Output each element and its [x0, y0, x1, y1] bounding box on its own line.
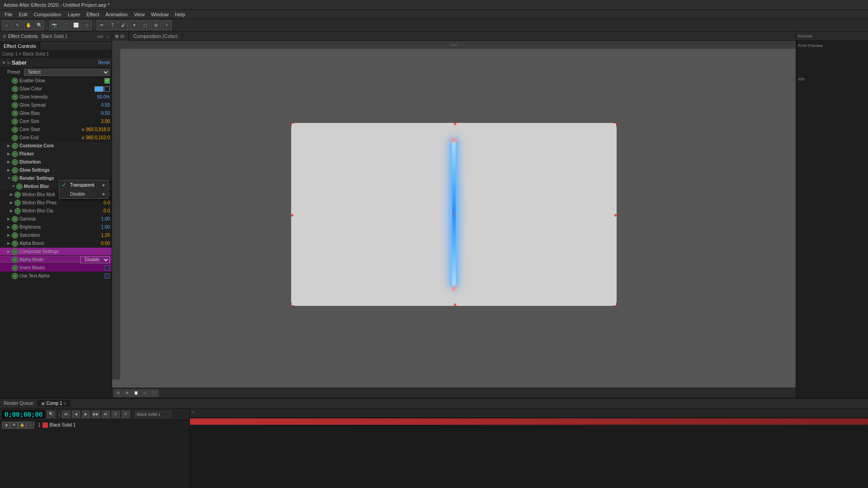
tool-star[interactable]: ✧: [162, 20, 172, 30]
tab-composition-color[interactable]: Composition (Color): [129, 33, 183, 40]
comp-canvas[interactable]: [291, 123, 617, 306]
glow-settings-label: Glow Settings: [19, 168, 50, 173]
tool-eraser[interactable]: ◻: [140, 20, 150, 30]
ctrl-play[interactable]: ▷: [141, 389, 149, 397]
menu-effect[interactable]: Effect: [84, 11, 102, 18]
tool-shape[interactable]: ◇: [82, 20, 92, 30]
alpha-mode-dropdown[interactable]: DisableTransparent: [80, 256, 110, 263]
tl-ram-preview[interactable]: ⊡: [112, 411, 120, 418]
tl-play[interactable]: ▶: [82, 411, 90, 418]
core-start-value[interactable]: 960.0,918.0: [86, 127, 110, 132]
ctrl-fit[interactable]: ⊞: [123, 389, 131, 397]
menu-help[interactable]: Help: [172, 11, 188, 18]
tool-mask[interactable]: ⬜: [71, 20, 81, 30]
tool-brush[interactable]: 🖌: [118, 20, 128, 30]
composition-viewer-area: ▣ ▤ Composition (Color) ruler: [112, 32, 796, 398]
preset-select[interactable]: Select: [24, 69, 110, 76]
menu-view[interactable]: View: [131, 11, 147, 18]
ruler-left: [112, 49, 120, 380]
glow-spread-value[interactable]: 0.50: [87, 103, 110, 108]
menu-composition[interactable]: Composition: [31, 11, 64, 18]
ctrl-stop[interactable]: ⬛: [150, 389, 158, 397]
mb-cla-icon: ○: [14, 208, 21, 214]
tool-camera[interactable]: 📷: [49, 20, 59, 30]
brightness-label: Brightness: [19, 225, 87, 230]
brightness-value[interactable]: 1.00: [87, 225, 110, 230]
comp1-tab[interactable]: ▣ Comp 1 ≡: [38, 400, 70, 407]
popup-transparent[interactable]: ✓ Transparent ▶: [59, 180, 108, 189]
layer-name-display: Black Solid 1: [50, 422, 76, 427]
render-queue-tab[interactable]: Render Queue: [0, 400, 38, 407]
tool-pen[interactable]: ✒: [97, 20, 107, 30]
use-text-alpha-checkbox[interactable]: [104, 273, 110, 279]
tool-home[interactable]: ⌂: [2, 20, 12, 30]
time-display[interactable]: 0;00;00;00: [2, 410, 45, 419]
side-marker-bottom: [453, 303, 457, 305]
side-marker-top: [453, 123, 457, 126]
ctrl-zoom-out[interactable]: ⊟: [114, 389, 122, 397]
tool-hand[interactable]: ✋: [24, 20, 33, 30]
alpha-boost-value[interactable]: 0.00: [87, 241, 110, 246]
core-size-value[interactable]: 3.00: [87, 119, 110, 124]
menu-file[interactable]: File: [2, 11, 15, 18]
center-crosshair: [453, 213, 455, 216]
timeline-tabs: Render Queue ▣ Comp 1 ≡: [0, 399, 868, 408]
glow-intensity-value[interactable]: 50.0%: [87, 94, 110, 99]
invert-masks-icon: ○: [12, 265, 18, 271]
saber-reset-button[interactable]: Reset: [98, 60, 110, 65]
motion-blur-label: Motion Blur: [24, 184, 49, 189]
glow-color-swatch[interactable]: [94, 86, 104, 92]
layer-audio[interactable]: ♪: [26, 422, 34, 429]
tool-puppet[interactable]: ⊕: [151, 20, 161, 30]
ec-expand[interactable]: »: [107, 34, 109, 39]
tool-select[interactable]: ↖: [13, 20, 23, 30]
tl-prev-frame[interactable]: ◀: [72, 411, 80, 418]
glow-bias-label: Glow Bias: [19, 111, 87, 116]
ec-layer-name: Black Solid 1: [41, 34, 67, 39]
section-glow-settings[interactable]: ▶ ○ Glow Settings: [0, 166, 112, 174]
menu-animation[interactable]: Animation: [103, 11, 130, 18]
glow-color-dark-swatch[interactable]: [104, 86, 110, 92]
section-customize-core[interactable]: ▶ ○ Customize Core: [0, 142, 112, 150]
glow-bias-value[interactable]: 0.50: [87, 111, 110, 116]
transparent-checkmark: ✓: [62, 182, 68, 188]
tool-text[interactable]: T: [108, 20, 118, 30]
core-end-coord-icon: ⊕: [81, 136, 85, 140]
tab-effect-controls[interactable]: Effect Controls: [0, 42, 40, 50]
tl-next-frame[interactable]: ▶▶: [92, 411, 100, 418]
comp-icon: ▣: [115, 34, 119, 38]
layer-solo[interactable]: ◑: [2, 422, 10, 429]
core-end-value[interactable]: 960.0,162.0: [86, 135, 110, 140]
tl-search[interactable]: 🔍: [47, 411, 55, 418]
popup-disable[interactable]: ✓ Disable ▶: [59, 189, 108, 198]
tool-layer[interactable]: ⬚: [60, 20, 70, 30]
mb-cla-value[interactable]: 0.0: [87, 208, 110, 213]
layer-eye[interactable]: 👁: [10, 422, 18, 429]
saturation-value[interactable]: 1.20: [87, 233, 110, 238]
invert-masks-checkbox[interactable]: [104, 265, 110, 271]
tool-zoom[interactable]: 🔍: [34, 20, 44, 30]
gamma-value[interactable]: 1.00: [87, 216, 110, 221]
effect-controls-panel: ⚙ Effect Controls Black Solid 1 AM » Eff…: [0, 32, 112, 398]
section-distortion[interactable]: ▶ ○ Distortion: [0, 158, 112, 166]
ctrl-resolution[interactable]: 📋: [132, 389, 140, 397]
side-marker-left: [291, 214, 294, 217]
tl-play-back[interactable]: ⏮: [62, 411, 70, 418]
tl-play-end[interactable]: ⏭: [102, 411, 110, 418]
info-text: Info: [798, 76, 866, 82]
layer-color-label: [42, 422, 48, 428]
saber-expand-arrow[interactable]: ▼: [2, 61, 6, 65]
menu-layer[interactable]: Layer: [65, 11, 83, 18]
toolbar-sep-2: [94, 21, 94, 29]
tl-loop[interactable]: ↺: [122, 411, 130, 418]
alpha-boost-label: Alpha Boost: [19, 241, 87, 246]
section-flicker[interactable]: ▶ ○ Flicker: [0, 150, 112, 158]
tool-stamp[interactable]: ✦: [129, 20, 139, 30]
menu-edit[interactable]: Edit: [16, 11, 30, 18]
layer-name-input[interactable]: [135, 411, 171, 418]
mb-phas-value[interactable]: 0.0: [87, 200, 110, 205]
menu-window[interactable]: Window: [148, 11, 171, 18]
prop-alpha-boost: ▶ ○ Alpha Boost 0.00: [0, 239, 112, 248]
layer-lock[interactable]: 🔒: [18, 422, 26, 429]
enable-glow-checkbox[interactable]: ✓: [104, 78, 110, 84]
